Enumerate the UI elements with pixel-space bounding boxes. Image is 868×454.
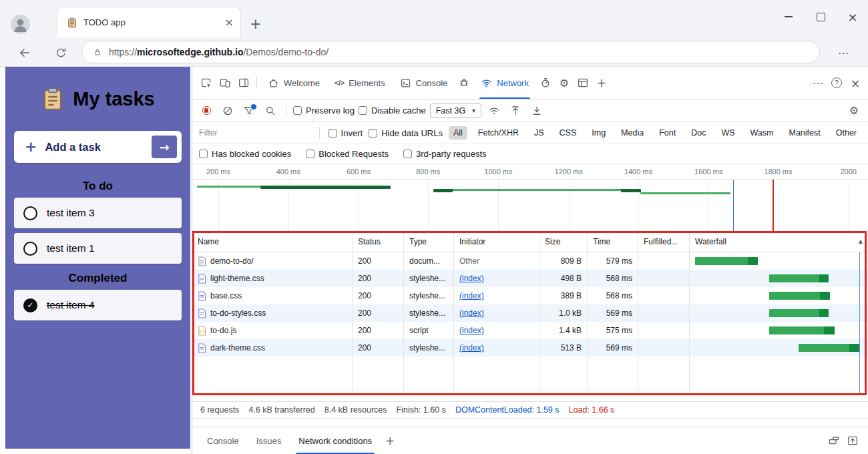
column-header-size[interactable]: Size xyxy=(539,231,588,252)
network-overview-ruler[interactable]: 200 ms 400 ms 600 ms 800 ms 1000 ms 1200… xyxy=(192,164,868,231)
table-row[interactable]: to-do-styles.css 200 styleshe... (index)… xyxy=(192,304,868,322)
checkbox-icon[interactable] xyxy=(306,150,314,158)
task-checkbox-checked[interactable]: ✓ xyxy=(23,298,37,312)
device-toolbar-icon[interactable] xyxy=(216,74,234,91)
column-header-name[interactable]: Name xyxy=(192,231,353,252)
blocked-requests-checkbox[interactable]: Blocked Requests xyxy=(306,149,389,159)
initiator-link[interactable]: (index) xyxy=(459,326,484,335)
paint-tool-icon[interactable] xyxy=(825,432,843,449)
column-header-initiator[interactable]: Initiator xyxy=(454,231,539,252)
column-header-time[interactable]: Time xyxy=(588,231,638,252)
checkbox-icon[interactable] xyxy=(293,106,302,115)
tab-network[interactable]: Network xyxy=(474,67,535,99)
filter-type-js[interactable]: JS xyxy=(529,126,549,140)
debugger-bug-icon[interactable] xyxy=(455,74,473,91)
table-row[interactable]: demo-to-do/ 200 docum... Other 809 B 579… xyxy=(192,252,868,270)
filter-type-ws[interactable]: WS xyxy=(716,126,739,140)
application-layout-icon[interactable] xyxy=(574,74,592,91)
expand-panel-icon[interactable] xyxy=(844,432,861,449)
filter-type-img[interactable]: Img xyxy=(587,126,610,140)
performance-stopwatch-icon[interactable] xyxy=(537,74,554,91)
initiator-link[interactable]: (index) xyxy=(459,308,484,318)
checkbox-icon[interactable] xyxy=(369,129,377,138)
window-maximize-button[interactable] xyxy=(811,7,831,27)
new-tab-button[interactable]: + xyxy=(250,16,262,32)
task-item-completed[interactable]: ✓ test item 4 xyxy=(14,290,182,320)
window-close-button[interactable]: × xyxy=(843,7,863,27)
back-button[interactable] xyxy=(15,43,35,63)
table-row[interactable]: dark-theme.css 200 styleshe... (index) 5… xyxy=(192,339,868,357)
filter-type-manifest[interactable]: Manifest xyxy=(784,126,825,140)
drawer-tab-network-conditions[interactable]: Network conditions xyxy=(290,427,380,454)
gear-icon[interactable]: ⚙ xyxy=(556,74,573,91)
table-row[interactable]: to-do.js 200 script (index) 1.4 kB 575 m… xyxy=(192,322,868,339)
refresh-button[interactable] xyxy=(51,43,71,63)
inspect-icon[interactable] xyxy=(198,74,215,91)
tab-elements[interactable]: </> Elements xyxy=(328,67,392,99)
network-settings-gear-icon[interactable]: ⚙ xyxy=(845,102,863,120)
browser-tab[interactable]: TODO app × xyxy=(57,7,241,37)
task-checkbox[interactable] xyxy=(23,242,37,256)
request-fulfilled xyxy=(638,270,690,287)
filter-type-fetch-xhr[interactable]: Fetch/XHR xyxy=(473,126,523,140)
checkbox-icon[interactable] xyxy=(329,129,337,138)
clear-icon[interactable] xyxy=(219,102,236,120)
filter-type-all[interactable]: All xyxy=(449,126,467,140)
search-icon[interactable] xyxy=(262,102,279,120)
help-icon[interactable]: ? xyxy=(828,74,845,91)
drawer-more-tabs-button[interactable]: + xyxy=(381,432,399,449)
filter-icon[interactable] xyxy=(240,102,258,120)
dock-side-icon[interactable] xyxy=(235,74,252,91)
profile-avatar[interactable] xyxy=(11,15,30,34)
filter-type-css[interactable]: CSS xyxy=(555,126,582,140)
filter-input[interactable] xyxy=(199,128,310,138)
initiator-link[interactable]: (index) xyxy=(459,274,484,283)
filter-type-other[interactable]: Other xyxy=(831,126,861,140)
checkbox-icon[interactable] xyxy=(359,106,367,115)
browser-menu-ellipsis-icon[interactable]: ⋯ xyxy=(833,43,853,63)
more-options-icon[interactable]: ⋯ xyxy=(809,74,827,91)
add-task-button[interactable]: + Add a task → xyxy=(14,131,182,163)
import-har-icon[interactable] xyxy=(507,102,524,120)
hide-data-urls-checkbox[interactable]: Hide data URLs xyxy=(369,128,443,138)
task-checkbox[interactable] xyxy=(23,206,37,220)
table-row[interactable]: light-theme.css 200 styleshe... (index) … xyxy=(192,270,868,287)
initiator-link[interactable]: (index) xyxy=(459,291,484,300)
tab-welcome[interactable]: Welcome xyxy=(261,67,327,99)
filter-type-media[interactable]: Media xyxy=(616,126,648,140)
task-item[interactable]: test item 3 xyxy=(14,198,182,228)
devtools-close-icon[interactable]: × xyxy=(847,74,864,91)
task-item[interactable]: test item 1 xyxy=(14,233,182,264)
drawer-tab-issues[interactable]: Issues xyxy=(248,427,290,454)
filter-type-wasm[interactable]: Wasm xyxy=(746,126,779,140)
column-header-status[interactable]: Status xyxy=(353,231,404,252)
filter-type-font[interactable]: Font xyxy=(654,126,680,140)
has-blocked-cookies-checkbox[interactable]: Has blocked cookies xyxy=(199,149,291,159)
column-header-type[interactable]: Type xyxy=(404,231,454,252)
third-party-requests-checkbox[interactable]: 3rd-party requests xyxy=(403,149,487,159)
invert-checkbox[interactable]: Invert xyxy=(329,128,363,138)
column-header-fulfilled[interactable]: Fulfilled... xyxy=(638,231,690,252)
drawer-tab-console[interactable]: Console xyxy=(199,427,247,454)
request-size: 1.0 kB xyxy=(539,304,588,322)
tab-close-icon[interactable]: × xyxy=(225,17,234,28)
preserve-log-checkbox[interactable]: Preserve log xyxy=(293,105,355,116)
submit-task-button[interactable]: → xyxy=(152,136,177,158)
record-button[interactable] xyxy=(198,102,215,120)
more-tabs-button[interactable]: + xyxy=(593,74,610,91)
checkbox-icon[interactable] xyxy=(403,150,412,158)
network-conditions-icon[interactable] xyxy=(485,102,503,120)
tab-console[interactable]: Console xyxy=(393,67,455,99)
address-bar[interactable]: https://microsoftedge.github.io/Demos/de… xyxy=(81,41,820,63)
filter-type-doc[interactable]: Doc xyxy=(686,126,710,140)
throttling-select[interactable]: Fast 3G ▾ xyxy=(430,103,482,118)
column-header-waterfall[interactable]: Waterfall▲ xyxy=(690,231,868,252)
window-minimize-button[interactable] xyxy=(779,7,799,27)
disable-cache-checkbox[interactable]: Disable cache xyxy=(359,105,426,116)
checkbox-icon[interactable] xyxy=(199,150,208,158)
export-har-icon[interactable] xyxy=(528,102,546,120)
table-row[interactable]: base.css 200 styleshe... (index) 389 B 5… xyxy=(192,287,868,304)
initiator-link[interactable]: (index) xyxy=(459,343,484,353)
throttling-value: Fast 3G xyxy=(436,106,465,116)
checkbox-label: 3rd-party requests xyxy=(416,149,487,159)
